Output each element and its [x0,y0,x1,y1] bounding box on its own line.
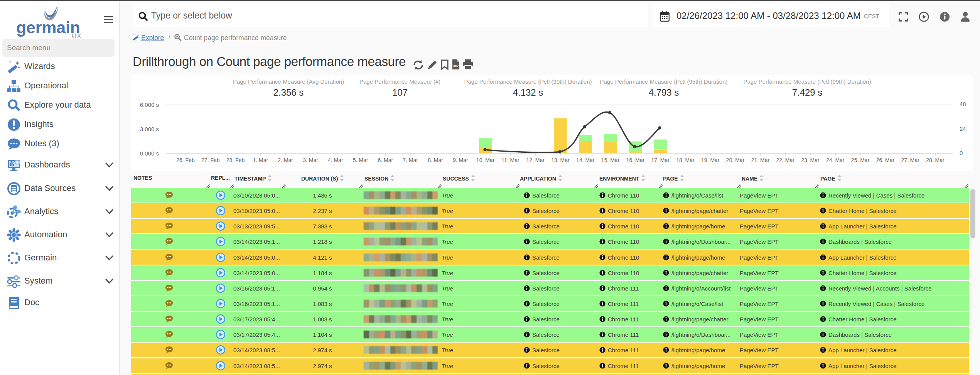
svg-text:csv: csv [453,64,459,68]
